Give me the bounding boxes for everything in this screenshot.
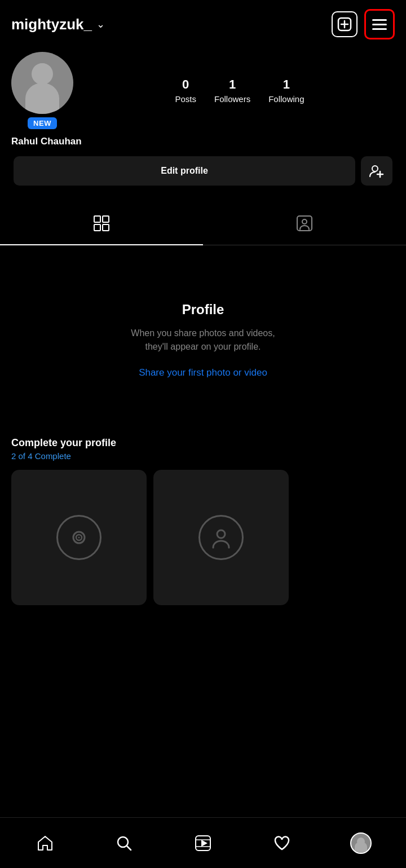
avatar-head — [32, 63, 53, 85]
posts-count: 0 — [182, 77, 189, 92]
svg-rect-8 — [94, 224, 100, 231]
add-person-icon — [369, 163, 385, 179]
svg-point-11 — [302, 219, 307, 224]
posts-label: Posts — [175, 94, 196, 104]
following-label: Following — [268, 94, 304, 104]
add-person-button[interactable] — [361, 156, 392, 186]
avatar[interactable] — [11, 52, 73, 114]
edit-profile-button[interactable]: Edit profile — [14, 156, 355, 186]
tab-grid[interactable] — [0, 206, 203, 245]
followers-stat[interactable]: 1 Followers — [214, 77, 250, 104]
complete-profile-section: Complete your profile 2 of 4 Complete — [0, 424, 406, 614]
profile-info: NEW 0 Posts 1 Followers 1 Following — [11, 52, 395, 129]
svg-point-15 — [217, 530, 225, 538]
posts-stat[interactable]: 0 Posts — [175, 77, 196, 104]
nav-search[interactable] — [104, 823, 144, 863]
avatar-body — [25, 83, 59, 114]
plus-square-icon — [337, 17, 352, 32]
home-icon — [37, 835, 54, 852]
menu-line-1 — [372, 19, 387, 21]
profile-card-1[interactable] — [11, 470, 147, 605]
profile-section: NEW 0 Posts 1 Followers 1 Following Rahu… — [0, 46, 406, 195]
nav-avatar-body — [355, 841, 367, 853]
tab-tagged[interactable] — [203, 206, 406, 245]
menu-button[interactable] — [364, 9, 395, 39]
empty-title: Profile — [23, 302, 383, 318]
new-badge[interactable]: NEW — [28, 117, 57, 129]
card-camera-icon — [56, 515, 102, 560]
reels-icon — [195, 835, 211, 852]
svg-point-3 — [372, 166, 378, 171]
profile-cards-row — [11, 470, 395, 605]
svg-marker-19 — [201, 840, 208, 847]
svg-point-14 — [78, 537, 80, 539]
tabs — [0, 206, 406, 245]
search-icon — [116, 835, 133, 852]
nav-home[interactable] — [25, 823, 65, 863]
header: mightyzuk_ ⌄ — [0, 0, 406, 46]
empty-state: Profile When you share photos and videos… — [0, 245, 406, 424]
display-name: Rahul Chauhan — [11, 136, 395, 147]
nav-activity[interactable] — [262, 823, 302, 863]
heart-icon — [273, 835, 290, 852]
action-buttons: Edit profile — [11, 156, 395, 186]
stats: 0 Posts 1 Followers 1 Following — [85, 77, 395, 104]
svg-rect-7 — [103, 216, 109, 222]
nav-avatar — [350, 832, 372, 854]
card-person-icon — [198, 515, 244, 560]
header-left: mightyzuk_ ⌄ — [11, 16, 105, 33]
nav-reels[interactable] — [183, 823, 223, 863]
complete-profile-title: Complete your profile — [11, 437, 395, 449]
followers-label: Followers — [214, 94, 250, 104]
username[interactable]: mightyzuk_ — [11, 16, 92, 33]
svg-rect-9 — [103, 224, 109, 231]
grid-icon — [93, 215, 110, 236]
empty-description: When you share photos and videos,they'll… — [23, 327, 383, 354]
share-link[interactable]: Share your first photo or video — [139, 367, 267, 378]
following-count: 1 — [283, 77, 290, 92]
menu-line-3 — [372, 28, 387, 30]
svg-line-17 — [127, 846, 131, 850]
menu-line-2 — [372, 24, 387, 25]
nav-profile[interactable] — [341, 823, 381, 863]
progress-count: 2 of 4 — [11, 451, 33, 461]
tagged-icon — [296, 215, 313, 236]
followers-count: 1 — [229, 77, 236, 92]
new-post-button[interactable] — [332, 11, 358, 37]
svg-rect-6 — [94, 216, 100, 222]
bottom-nav — [0, 817, 406, 868]
chevron-down-icon[interactable]: ⌄ — [96, 18, 105, 30]
profile-card-2[interactable] — [153, 470, 289, 605]
avatar-wrapper: NEW — [11, 52, 73, 129]
complete-profile-progress: 2 of 4 Complete — [11, 451, 395, 461]
header-right — [332, 9, 395, 39]
following-stat[interactable]: 1 Following — [268, 77, 304, 104]
progress-label: Complete — [35, 451, 71, 461]
